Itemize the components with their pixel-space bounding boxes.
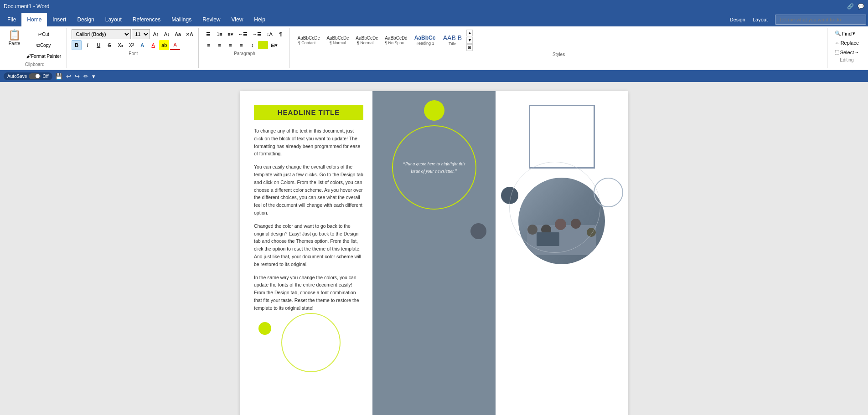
style-no-spacing-preview: AaBbCcDd <box>385 36 407 41</box>
bold-button[interactable]: B <box>72 40 82 50</box>
style-no-spacing[interactable]: AaBbCcDd ¶ No Spac... <box>382 29 410 51</box>
image-placeholder[interactable] <box>529 105 595 169</box>
font-size-select[interactable]: 8910 111214 <box>132 29 150 39</box>
comments-btn[interactable]: 💬 <box>858 3 864 10</box>
styles-label: Styles <box>294 52 823 57</box>
tab-home[interactable]: Home <box>21 13 47 26</box>
autosave-toggle[interactable] <box>29 73 41 79</box>
search-input[interactable] <box>775 15 866 25</box>
replace-icon: ↔ <box>835 40 840 46</box>
tab-file[interactable]: File <box>2 13 21 26</box>
styles-container: AaBbCcDc ¶ Contact... AaBbCcDc ¶ Normal … <box>294 29 465 51</box>
copy-button[interactable]: ⧉ Copy <box>24 40 63 50</box>
shading-button[interactable] <box>258 41 268 49</box>
autosave-indicator: AutoSave Off <box>4 72 52 80</box>
select-button[interactable]: ⬚ Select ~ <box>832 48 862 56</box>
body-paragraph-3[interactable]: Changed the color and want to go back to… <box>254 222 363 268</box>
text-color-button[interactable]: A <box>148 40 158 50</box>
styles-group: AaBbCcDc ¶ Contact... AaBbCcDc ¶ Normal … <box>290 28 827 68</box>
tab-references[interactable]: References <box>127 13 166 26</box>
align-left-button[interactable]: ≡ <box>203 40 213 50</box>
highlight-color-button[interactable]: ab <box>159 40 169 50</box>
numbering-button[interactable]: 1≡ <box>214 29 224 39</box>
paragraph-group: ☰ 1≡ ≡▾ ←☰ →☰ ↕A ¶ ≡ ≡ ≡ ≡ ↕ ⊞▾ Paragrap… <box>200 28 289 68</box>
style-normal-label: ¶ Normal <box>330 41 346 45</box>
align-right-button[interactable]: ≡ <box>225 40 235 50</box>
style-title[interactable]: AAB B Title <box>439 29 465 51</box>
tab-help[interactable]: Help <box>248 13 271 26</box>
increase-indent-button[interactable]: →☰ <box>250 29 264 39</box>
show-hide-button[interactable]: ¶ <box>275 29 285 39</box>
style-contact[interactable]: AaBbCcDc ¶ Contact... <box>294 29 323 51</box>
style-heading1[interactable]: AaBbCc Heading 1 <box>411 29 439 51</box>
tab-layout-contextual[interactable]: Layout <box>749 17 771 22</box>
column-center: “Put a quote here to highlight this issu… <box>372 91 496 415</box>
multilevel-list-button[interactable]: ≡▾ <box>225 29 235 39</box>
format-painter-button[interactable]: 🖌 Format Painter <box>24 51 63 61</box>
underline-button[interactable]: U <box>93 40 103 50</box>
tab-mailings[interactable]: Mailings <box>166 13 197 26</box>
font-color-button[interactable]: A <box>170 40 180 50</box>
title-bar: Document1 - Word 🔗 💬 <box>0 0 868 13</box>
text-effects-button[interactable]: A <box>137 40 147 50</box>
style-title-label: Title <box>449 41 456 46</box>
style-heading1-label: Heading 1 <box>415 41 434 46</box>
tab-insert[interactable]: Insert <box>47 13 72 26</box>
find-button[interactable]: 🔍 Find ▾ <box>832 29 862 38</box>
replace-label: Replace <box>841 40 859 46</box>
select-label: Select ~ <box>840 50 858 55</box>
sort-button[interactable]: ↕A <box>264 29 274 39</box>
headline-box[interactable]: HEADLINE TITLE <box>254 105 363 120</box>
body-paragraph-2[interactable]: You can easily change the overall colors… <box>254 163 363 217</box>
strikethrough-button[interactable]: S <box>104 40 114 50</box>
save-button[interactable]: 💾 <box>54 72 63 81</box>
undo-button[interactable]: ↩ <box>65 72 72 81</box>
cut-button[interactable]: ✂ Cut <box>24 29 63 39</box>
paste-button[interactable]: 📋 Paste <box>6 29 22 61</box>
document-page: HEADLINE TITLE To change any of the text… <box>240 91 628 415</box>
decrease-font-button[interactable]: A↓ <box>162 29 172 39</box>
font-name-select[interactable]: Calibri (Body) Arial Times New Roman <box>72 29 131 39</box>
tab-design[interactable]: Design <box>72 13 99 26</box>
increase-font-button[interactable]: A↑ <box>151 29 161 39</box>
style-normal-indent-label: ¶ Normal... <box>357 41 377 45</box>
quote-circle[interactable]: “Put a quote here to highlight this issu… <box>392 125 476 210</box>
subscript-button[interactable]: X₂ <box>115 40 125 50</box>
replace-button[interactable]: ↔ Replace <box>832 39 862 47</box>
gallery-more[interactable]: ⊞ <box>466 44 473 51</box>
body-paragraph-4[interactable]: In the same way you change the colors, y… <box>254 274 363 312</box>
style-normal-indent[interactable]: AaBbCcDc ¶ Normal... <box>352 29 381 51</box>
borders-button[interactable]: ⊞▾ <box>269 40 279 50</box>
italic-button[interactable]: I <box>83 40 93 50</box>
paste-label: Paste <box>9 41 21 46</box>
superscript-button[interactable]: X² <box>126 40 136 50</box>
gallery-scroll-down[interactable]: ▼ <box>466 37 473 44</box>
quote-text: “Put a quote here to highlight this issu… <box>402 160 466 175</box>
outer-circle-outline <box>509 162 600 253</box>
justify-button[interactable]: ≡ <box>236 40 246 50</box>
redo-button[interactable]: ↪ <box>74 72 81 81</box>
decrease-indent-button[interactable]: ←☰ <box>236 29 249 39</box>
autosave-label: AutoSave <box>7 74 27 79</box>
style-heading1-preview: AaBbCc <box>414 35 436 41</box>
share-btn[interactable]: 🔗 <box>847 3 854 10</box>
find-label: Find <box>842 31 852 36</box>
bullets-button[interactable]: ☰ <box>203 29 213 39</box>
gallery-scroll-up[interactable]: ▲ <box>466 30 473 36</box>
style-normal[interactable]: AaBbCcDc ¶ Normal <box>323 29 352 51</box>
tab-view[interactable]: View <box>226 13 249 26</box>
draw-button[interactable]: ✏ <box>83 72 89 81</box>
tab-layout[interactable]: Layout <box>100 13 127 26</box>
tab-review[interactable]: Review <box>197 13 226 26</box>
align-center-button[interactable]: ≡ <box>214 40 224 50</box>
tab-design-contextual[interactable]: Design <box>726 17 749 22</box>
customize-qat[interactable]: ▾ <box>91 72 96 81</box>
body-paragraph-1[interactable]: To change any of the text in this docume… <box>254 127 363 158</box>
change-case-button[interactable]: Aa <box>173 29 183 39</box>
editing-group: 🔍 Find ▾ ↔ Replace ⬚ Select ~ Editing <box>828 28 865 68</box>
gallery-scroll-buttons: ▲ ▼ ⊞ <box>466 30 473 51</box>
line-spacing-button[interactable]: ↕ <box>247 40 257 50</box>
headline-title: HEADLINE TITLE <box>278 108 340 116</box>
style-normal-preview: AaBbCcDc <box>326 36 349 41</box>
clear-formatting-button[interactable]: ✕A <box>184 29 195 39</box>
